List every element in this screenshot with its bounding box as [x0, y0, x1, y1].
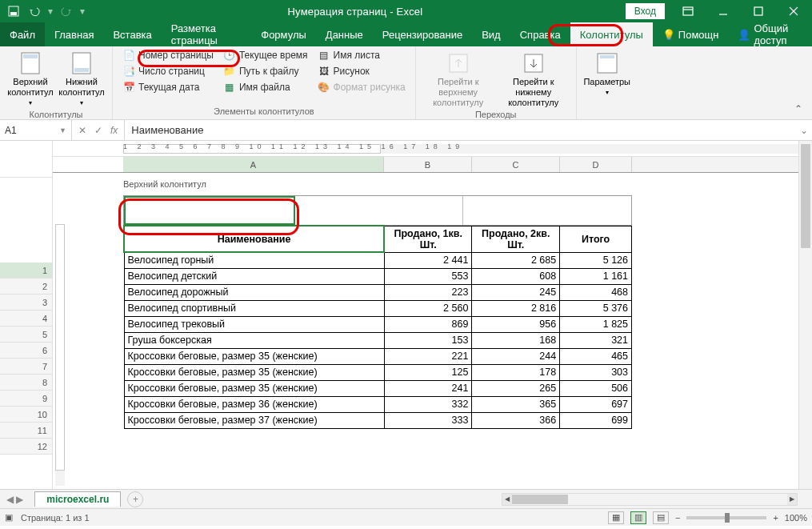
share-button[interactable]: 👤Общий доступ	[728, 22, 812, 46]
cell-q2[interactable]: 366	[472, 412, 560, 428]
cell-name[interactable]: Велосипед горный	[124, 252, 384, 268]
cell-q1[interactable]: 869	[384, 316, 472, 332]
row-header[interactable]: 12	[0, 439, 52, 455]
th-q1[interactable]: Продано, 1кв. Шт.	[384, 226, 472, 252]
row-header[interactable]: 8	[0, 375, 52, 391]
cell-q2[interactable]: 956	[472, 316, 560, 332]
cell-q2[interactable]: 608	[472, 268, 560, 284]
tab-page-layout[interactable]: Разметка страницы	[162, 22, 251, 46]
redo-icon[interactable]	[58, 2, 75, 20]
picture-button[interactable]: 🖼Рисунок	[314, 64, 409, 78]
tab-data[interactable]: Данные	[316, 22, 373, 46]
header-button[interactable]: Верхний колонтитул▾	[6, 48, 54, 108]
fx-icon[interactable]: fx	[110, 125, 118, 136]
file-name-button[interactable]: ▦Имя файла	[220, 80, 311, 94]
view-page-break-button[interactable]: ▤	[653, 511, 669, 524]
cell-q1[interactable]: 2 560	[384, 300, 472, 316]
view-page-layout-button[interactable]: ▥	[630, 511, 646, 524]
cell-q2[interactable]: 2 816	[472, 300, 560, 316]
cell-q2[interactable]: 178	[472, 364, 560, 380]
view-normal-button[interactable]: ▦	[608, 511, 624, 524]
zoom-slider[interactable]	[686, 516, 766, 519]
col-header-c[interactable]: C	[472, 157, 560, 172]
maximize-icon[interactable]	[746, 1, 770, 22]
cell-q1[interactable]: 223	[384, 284, 472, 300]
cell-name[interactable]: Велосипед дорожный	[124, 284, 384, 300]
vscroll-thumb[interactable]	[801, 144, 810, 248]
header-left-cell[interactable]	[124, 196, 295, 225]
row-header[interactable]: 2	[0, 279, 52, 295]
cell-name[interactable]: Кроссовки беговые, размер 37 (женские)	[124, 412, 384, 428]
collapse-ribbon-icon[interactable]: ⌃	[794, 103, 807, 116]
sheet-tab[interactable]: microexcel.ru	[34, 491, 121, 507]
minimize-icon[interactable]	[711, 1, 735, 22]
undo-icon[interactable]	[26, 2, 43, 20]
cell-q1[interactable]: 333	[384, 412, 472, 428]
cell-total[interactable]: 697	[560, 396, 632, 412]
qat-customize-icon[interactable]: ▾	[78, 6, 86, 17]
tab-help[interactable]: Справка	[510, 22, 570, 46]
cell-q1[interactable]: 125	[384, 364, 472, 380]
current-date-button[interactable]: 📅Текущая дата	[119, 80, 217, 94]
row-header[interactable]: 5	[0, 327, 52, 343]
zoom-level[interactable]: 100%	[785, 513, 807, 523]
cell-total[interactable]: 1 161	[560, 268, 632, 284]
cell-q1[interactable]: 2 441	[384, 252, 472, 268]
cell-name[interactable]: Кроссовки беговые, размер 35 (женские)	[124, 364, 384, 380]
col-header-d[interactable]: D	[560, 157, 632, 172]
th-name[interactable]: Наименование	[124, 226, 384, 252]
namebox-dropdown-icon[interactable]: ▼	[59, 126, 66, 134]
cell-total[interactable]: 468	[560, 284, 632, 300]
cell-total[interactable]: 321	[560, 332, 632, 348]
cell-total[interactable]: 506	[560, 380, 632, 396]
cell-total[interactable]: 303	[560, 364, 632, 380]
row-header[interactable]: 1	[0, 262, 52, 279]
cell-q1[interactable]: 553	[384, 268, 472, 284]
cell-q1[interactable]: 153	[384, 332, 472, 348]
cell-q2[interactable]: 365	[472, 396, 560, 412]
file-path-button[interactable]: 📁Путь к файлу	[220, 64, 311, 78]
cell-q1[interactable]: 221	[384, 348, 472, 364]
footer-button[interactable]: Нижний колонтитул▾	[58, 48, 106, 108]
page-count-button[interactable]: 📑Число страниц	[119, 64, 217, 78]
name-box[interactable]: A1▼	[0, 120, 72, 140]
add-sheet-button[interactable]: +	[127, 491, 143, 507]
row-header[interactable]: 3	[0, 295, 52, 311]
expand-formula-bar-icon[interactable]: ⌄	[796, 120, 812, 140]
cell-name[interactable]: Кроссовки беговые, размер 35 (женские)	[124, 348, 384, 364]
tab-file[interactable]: Файл	[0, 22, 45, 46]
cell-name[interactable]: Велосипед детский	[124, 268, 384, 284]
cell-total[interactable]: 5 376	[560, 300, 632, 316]
save-icon[interactable]	[5, 2, 22, 20]
header-right-cell[interactable]	[463, 196, 631, 225]
tab-review[interactable]: Рецензирование	[373, 22, 472, 46]
cell-q2[interactable]: 245	[472, 284, 560, 300]
cell-q2[interactable]: 244	[472, 348, 560, 364]
enter-icon[interactable]: ✓	[94, 125, 102, 136]
cell-name[interactable]: Кроссовки беговые, размер 36 (женские)	[124, 396, 384, 412]
tab-home[interactable]: Главная	[45, 22, 103, 46]
current-time-button[interactable]: 🕒Текущее время	[220, 48, 311, 62]
tab-tell-me[interactable]: 💡Помощн	[653, 22, 729, 46]
col-header-b[interactable]: B	[384, 157, 472, 172]
record-macro-icon[interactable]: ▣	[5, 512, 13, 523]
cell-total[interactable]: 465	[560, 348, 632, 364]
login-button[interactable]: Вход	[626, 3, 665, 19]
cell-name[interactable]: Велосипед спортивный	[124, 300, 384, 316]
cancel-icon[interactable]: ✕	[78, 125, 86, 136]
hscroll-right-icon[interactable]: ▶	[787, 494, 797, 505]
cell-name[interactable]: Груша боксерская	[124, 332, 384, 348]
row-header[interactable]: 10	[0, 407, 52, 423]
vertical-scrollbar[interactable]	[798, 141, 812, 489]
tab-header-footer[interactable]: Колонтитулы	[570, 22, 653, 46]
cell-q2[interactable]: 265	[472, 380, 560, 396]
sheet-name-button[interactable]: ▤Имя листа	[314, 48, 409, 62]
row-header[interactable]: 9	[0, 391, 52, 407]
col-header-a[interactable]: A	[123, 157, 384, 172]
zoom-in-button[interactable]: +	[773, 513, 778, 523]
cell-name[interactable]: Велосипед трековый	[124, 316, 384, 332]
zoom-knob[interactable]	[725, 513, 730, 523]
th-q2[interactable]: Продано, 2кв. Шт.	[472, 226, 560, 252]
cell-q1[interactable]: 332	[384, 396, 472, 412]
row-header[interactable]: 6	[0, 343, 52, 359]
